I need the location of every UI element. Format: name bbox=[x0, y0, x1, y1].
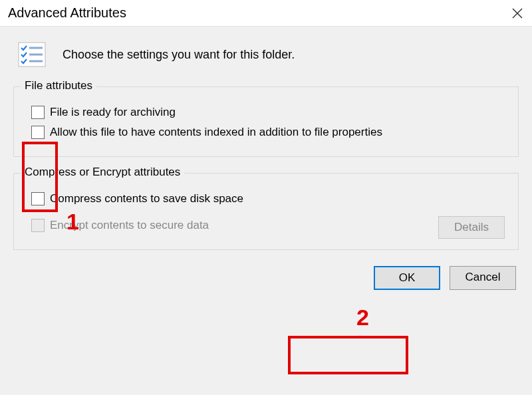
cancel-button[interactable]: Cancel bbox=[450, 266, 516, 290]
index-checkbox-row[interactable]: Allow this file to have contents indexed… bbox=[23, 126, 509, 139]
archive-checkbox-row[interactable]: File is ready for archiving bbox=[23, 106, 509, 119]
compress-checkbox-row[interactable]: Compress contents to save disk space bbox=[23, 192, 509, 205]
group-file-attributes-title: File attributes bbox=[21, 79, 96, 92]
archive-checkbox[interactable] bbox=[31, 106, 45, 119]
group-file-attributes: File attributes File is ready for archiv… bbox=[13, 86, 519, 157]
archive-checkbox-label: File is ready for archiving bbox=[50, 106, 176, 119]
dialog-body: Choose the settings you want for this fo… bbox=[0, 27, 532, 395]
close-button[interactable] bbox=[511, 7, 524, 20]
titlebar: Advanced Attributes bbox=[0, 0, 532, 27]
details-button: Details bbox=[438, 216, 505, 239]
index-checkbox-label: Allow this file to have contents indexed… bbox=[50, 126, 382, 139]
dialog-title: Advanced Attributes bbox=[8, 5, 126, 21]
group-compress-encrypt: Compress or Encrypt attributes Compress … bbox=[13, 173, 519, 250]
group-compress-title: Compress or Encrypt attributes bbox=[21, 166, 184, 179]
index-checkbox[interactable] bbox=[31, 126, 45, 139]
settings-list-icon bbox=[17, 40, 47, 69]
compress-checkbox-label: Compress contents to save disk space bbox=[50, 192, 243, 205]
compress-checkbox[interactable] bbox=[31, 192, 45, 205]
ok-button[interactable]: OK bbox=[374, 266, 440, 290]
close-icon bbox=[511, 7, 523, 19]
intro-row: Choose the settings you want for this fo… bbox=[13, 40, 519, 69]
action-row: OK Cancel bbox=[13, 266, 519, 290]
intro-text: Choose the settings you want for this fo… bbox=[63, 48, 295, 62]
